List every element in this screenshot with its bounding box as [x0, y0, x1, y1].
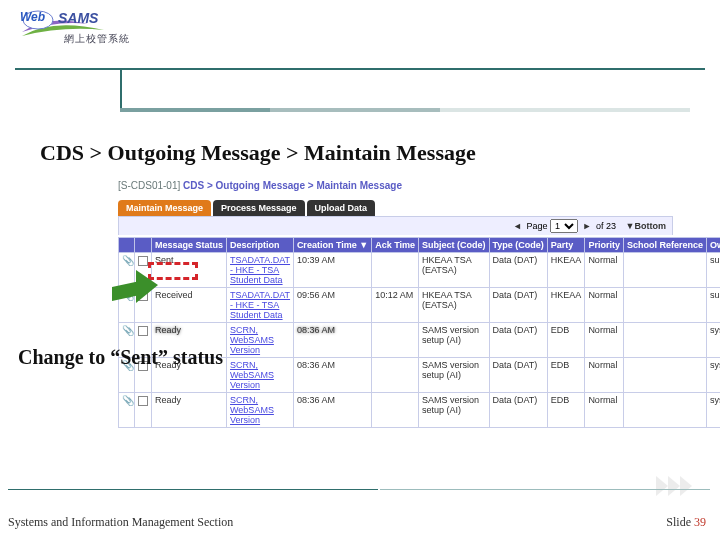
cell-creation-time: 09:56 AM [293, 288, 371, 323]
cell-school-ref [623, 253, 706, 288]
cell-check [135, 393, 152, 428]
cell-type: Data (DAT) [489, 253, 547, 288]
pager-prev-icon[interactable]: ◄ [511, 221, 524, 231]
cell-status: Ready [152, 393, 227, 428]
message-table: Message StatusDescriptionCreation Time ▼… [118, 237, 720, 428]
column-header[interactable]: Type (Code) [489, 238, 547, 253]
cell-owner: sysadmin [706, 323, 720, 358]
cell-party: HKEAA [547, 253, 585, 288]
cell-school-ref [623, 323, 706, 358]
arrow-to-sent-icon [112, 270, 162, 300]
cell-description[interactable]: TSADATA.DAT - HKE - TSA Student Data [227, 288, 294, 323]
cell-description[interactable]: SCRN, WebSAMS Version [227, 358, 294, 393]
tab-process-message[interactable]: Process Message [213, 200, 305, 216]
logo: Web SAMS 網上校管系統 [18, 8, 148, 66]
column-header[interactable] [135, 238, 152, 253]
column-header[interactable] [119, 238, 135, 253]
breadcrumb: [S-CDS01-01] CDS > Outgoing Message > Ma… [118, 180, 678, 191]
column-header[interactable]: School Reference [623, 238, 706, 253]
cell-type: Data (DAT) [489, 288, 547, 323]
footer-slide-number: Slide 39 [666, 515, 706, 530]
attachment-icon: 📎 [122, 325, 131, 336]
cell-party: EDB [547, 358, 585, 393]
cell-party: EDB [547, 393, 585, 428]
cell-type: Data (DAT) [489, 323, 547, 358]
tab-bar: Maintain MessageProcess MessageUpload Da… [118, 197, 678, 216]
column-header[interactable]: Message Status [152, 238, 227, 253]
cell-attach: 📎 [119, 393, 135, 428]
cell-subject: HKEAA TSA (EATSA) [419, 288, 490, 323]
table-row: 📎ReadySCRN, WebSAMS Version08:36 AMSAMS … [119, 393, 721, 428]
footer-org: Systems and Information Management Secti… [8, 515, 233, 530]
cell-priority: Normal [585, 358, 624, 393]
row-checkbox[interactable] [138, 326, 148, 336]
cell-ack-time [372, 253, 419, 288]
pager-bottom-link[interactable]: ▼Bottom [624, 221, 668, 231]
footer-divider-a [8, 489, 378, 490]
cell-subject: SAMS version setup (AI) [419, 393, 490, 428]
column-header[interactable]: Description [227, 238, 294, 253]
cell-description[interactable]: SCRN, WebSAMS Version [227, 323, 294, 358]
cell-status: Received [152, 288, 227, 323]
cell-description[interactable]: TSADATA.DAT - HKE - TSA Student Data [227, 253, 294, 288]
cell-school-ref [623, 358, 706, 393]
cell-owner: sysadmin [706, 358, 720, 393]
table-header-row: Message StatusDescriptionCreation Time ▼… [119, 238, 721, 253]
cell-owner: super1 [706, 288, 720, 323]
divider-mid-a [120, 108, 270, 112]
divider-top [15, 68, 705, 70]
footer-slide-num: 39 [694, 515, 706, 529]
cell-creation-time: 08:36 AM [293, 358, 371, 393]
cell-owner: sysadmin [706, 393, 720, 428]
table-row: 📎ReceivedTSADATA.DAT - HKE - TSA Student… [119, 288, 721, 323]
column-header[interactable]: Priority [585, 238, 624, 253]
footer-divider-b [380, 489, 710, 490]
logo-text-web: Web [20, 10, 45, 24]
logo-subtitle: 網上校管系統 [64, 32, 130, 46]
pager-of-label: of 23 [596, 221, 616, 231]
cell-school-ref [623, 393, 706, 428]
column-header[interactable]: Owner [706, 238, 720, 253]
cell-ack-time: 10:12 AM [372, 288, 419, 323]
cell-party: HKEAA [547, 288, 585, 323]
pager: ◄ Page 1 ► of 23 ▼Bottom [118, 216, 673, 235]
cell-description[interactable]: SCRN, WebSAMS Version [227, 393, 294, 428]
callout-text: Change to “Sent” status [18, 346, 223, 369]
footer-slide-label: Slide [666, 515, 694, 529]
cell-creation-time: 10:39 AM [293, 253, 371, 288]
divider-vertical [120, 68, 122, 112]
cell-priority: Normal [585, 393, 624, 428]
cell-type: Data (DAT) [489, 358, 547, 393]
column-header[interactable]: Subject (Code) [419, 238, 490, 253]
slide-title: CDS > Outgoing Message > Maintain Messag… [40, 140, 476, 166]
pager-page-select[interactable]: 1 [550, 219, 578, 233]
cell-priority: Normal [585, 288, 624, 323]
tab-maintain-message[interactable]: Maintain Message [118, 200, 211, 216]
divider-mid-b [270, 108, 440, 112]
row-checkbox[interactable] [138, 256, 148, 266]
cell-priority: Normal [585, 323, 624, 358]
row-checkbox[interactable] [138, 396, 148, 406]
cell-party: EDB [547, 323, 585, 358]
next-slide-chevrons-icon [656, 472, 702, 500]
cell-creation-time: 08:36 AM [293, 393, 371, 428]
cell-priority: Normal [585, 253, 624, 288]
cell-ack-time [372, 393, 419, 428]
cell-owner: super1 [706, 253, 720, 288]
column-header[interactable]: Ack Time [372, 238, 419, 253]
divider-mid-c [440, 108, 690, 112]
page-id: [S-CDS01-01] [118, 180, 180, 191]
cell-subject: HKEAA TSA (EATSA) [419, 253, 490, 288]
cell-ack-time [372, 358, 419, 393]
attachment-icon: 📎 [122, 255, 131, 266]
tab-upload-data[interactable]: Upload Data [307, 200, 376, 216]
app-screenshot: [S-CDS01-01] CDS > Outgoing Message > Ma… [118, 180, 678, 480]
breadcrumb-path: CDS > Outgoing Message > Maintain Messag… [183, 180, 402, 191]
column-header[interactable]: Creation Time ▼ [293, 238, 371, 253]
attachment-icon: 📎 [122, 395, 131, 406]
pager-next-icon[interactable]: ► [581, 221, 594, 231]
cell-subject: SAMS version setup (AI) [419, 323, 490, 358]
column-header[interactable]: Party [547, 238, 585, 253]
cell-type: Data (DAT) [489, 393, 547, 428]
pager-label-page: Page [527, 221, 548, 231]
